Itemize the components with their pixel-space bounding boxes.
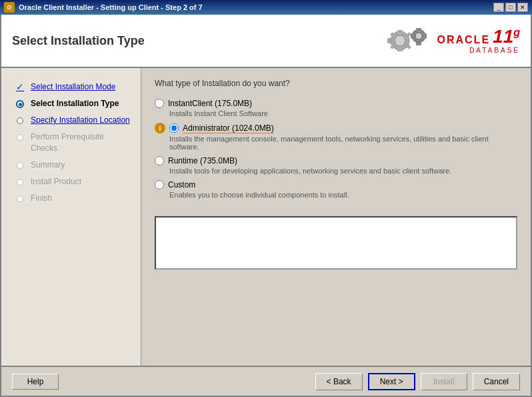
desc-custom: Enables you to choose individual compone… — [169, 191, 517, 199]
nav-bullet-done-icon: ✓ — [16, 81, 24, 94]
cancel-button[interactable]: Cancel — [473, 373, 520, 390]
svg-rect-4 — [387, 38, 391, 43]
main-window: Select Installation Type — [0, 15, 532, 397]
nav-item-select-installation-mode[interactable]: ✓ Select Installation Mode — [1, 79, 141, 95]
info-administrator-icon: i — [155, 123, 165, 133]
app-icon: ⊙ — [4, 2, 15, 13]
close-button[interactable]: ✕ — [517, 3, 528, 12]
nav-bullet-circle-disabled-icon — [17, 134, 23, 141]
option-custom: Custom Enables you to choose individual … — [155, 180, 517, 199]
nav-bullet-circle-install-icon — [17, 179, 23, 185]
title-bar-text: Oracle Client Installer - Setting up Cli… — [19, 3, 203, 11]
footer-nav-buttons: < Back Next > Install Cancel — [315, 373, 520, 390]
svg-point-11 — [415, 33, 422, 39]
oracle-gears-icon — [381, 24, 435, 57]
svg-rect-12 — [416, 28, 421, 31]
footer: Help < Back Next > Install Cancel — [1, 366, 531, 396]
option-runtime: Runtime (735.0MB) Installs tools for dev… — [155, 156, 517, 175]
page-title: Select Installation Type — [12, 34, 145, 48]
oracle-logo: ORACLE 11g DATABASE — [381, 24, 521, 57]
label-custom[interactable]: Custom — [168, 180, 195, 189]
right-content-panel: What type of Installation do you want? I… — [141, 68, 531, 366]
window-controls: _ □ ✕ — [493, 3, 528, 12]
nav-bullet-circle-finish-icon — [17, 195, 23, 202]
question-text: What type of Installation do you want? — [155, 79, 517, 88]
title-bar: ⊙ Oracle Client Installer - Setting up C… — [0, 0, 532, 15]
desc-instantclient: Installs Instant Client Software — [169, 109, 517, 117]
option-administrator: i Administrator (1024.0MB) Installs the … — [155, 123, 517, 151]
help-button[interactable]: Help — [12, 374, 59, 390]
nav-item-finish: Finish — [1, 190, 141, 207]
svg-point-1 — [395, 35, 405, 46]
next-button[interactable]: Next > — [368, 373, 415, 390]
nav-item-perform-prerequisite-checks: Perform Prerequisite Checks — [1, 129, 141, 157]
label-instantclient[interactable]: InstantClient (175.0MB) — [168, 99, 252, 108]
minimize-button[interactable]: _ — [493, 3, 504, 12]
back-button[interactable]: < Back — [315, 373, 363, 390]
left-nav-panel: ✓ Select Installation Mode Select Instal… — [1, 68, 141, 366]
nav-item-select-installation-type: Select Installation Type — [1, 95, 141, 112]
radio-administrator[interactable] — [169, 123, 179, 133]
desc-administrator: Installs the management console, managem… — [169, 135, 517, 151]
radio-runtime[interactable] — [155, 156, 164, 165]
database-text: DATABASE — [469, 47, 520, 54]
svg-rect-15 — [424, 33, 427, 39]
version-text: 11g — [493, 27, 520, 46]
nav-bullet-active-icon — [16, 100, 24, 108]
header-area: Select Installation Type — [1, 15, 531, 68]
nav-item-summary: Summary — [1, 157, 141, 173]
info-text-area — [155, 216, 517, 270]
radio-instantclient[interactable] — [155, 99, 164, 108]
label-runtime[interactable]: Runtime (735.0MB) — [168, 156, 237, 165]
content-area: ✓ Select Installation Mode Select Instal… — [1, 68, 531, 366]
maximize-button[interactable]: □ — [505, 3, 516, 12]
svg-rect-14 — [411, 33, 413, 39]
label-administrator[interactable]: Administrator (1024.0MB) — [183, 123, 274, 133]
nav-item-install-product: Install Product — [1, 173, 141, 190]
svg-rect-2 — [397, 30, 403, 33]
oracle-brand: ORACLE 11g DATABASE — [437, 27, 521, 53]
radio-custom[interactable] — [155, 180, 164, 189]
nav-bullet-circle-summary-icon — [17, 162, 23, 169]
installation-type-radio-group: InstantClient (175.0MB) Installs Instant… — [155, 99, 517, 203]
nav-item-specify-installation-location[interactable]: Specify Installation Location — [1, 112, 141, 129]
svg-rect-5 — [405, 38, 409, 43]
svg-rect-3 — [397, 48, 403, 51]
install-button[interactable]: Install — [421, 373, 467, 390]
desc-runtime: Installs tools for developing applicatio… — [169, 167, 517, 175]
option-instantclient: InstantClient (175.0MB) Installs Instant… — [155, 99, 517, 117]
oracle-text: ORACLE — [437, 34, 491, 46]
nav-bullet-circle-icon — [17, 117, 23, 124]
svg-rect-13 — [416, 43, 421, 45]
